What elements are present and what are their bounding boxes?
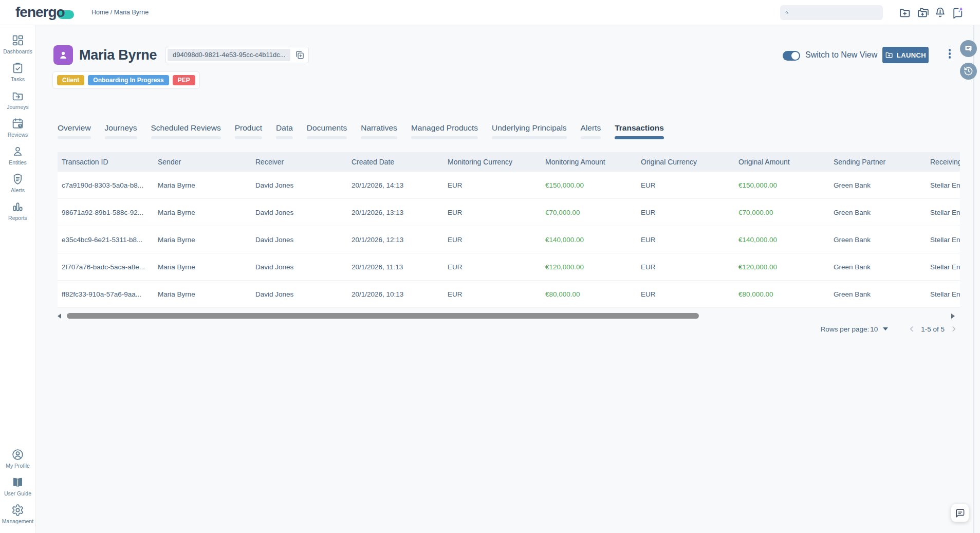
ai-assistant-icon[interactable] <box>951 6 964 19</box>
cell-original-amount: €80,000.00 <box>738 290 834 298</box>
dashboards-icon <box>11 34 24 47</box>
sidebar-item-tasks[interactable]: Tasks <box>0 58 35 86</box>
column-header-sender: Sender <box>158 158 255 166</box>
cell-transaction-id: 98671a92-89b1-588c-92... <box>62 209 158 216</box>
top-bar: fenergo Home / Maria Byrne <box>0 0 980 25</box>
sidebar-item-journeys[interactable]: Journeys <box>0 86 35 114</box>
transactions-table: Transaction ID Sender Receiver Created D… <box>58 152 960 308</box>
cell-monitoring-amount: €140,000.00 <box>545 236 641 244</box>
table-row[interactable]: e35c4bc9-6e21-5311-b8... Maria Byrne Dav… <box>58 226 960 253</box>
table-row[interactable]: 98671a92-89b1-588c-92... Maria Byrne Dav… <box>58 199 960 226</box>
tasks-icon <box>11 62 24 75</box>
cell-original-amount: €70,000.00 <box>738 209 834 216</box>
toggle-knob <box>791 52 799 60</box>
scroll-left-button[interactable] <box>58 314 61 319</box>
cell-sending-partner: Green Bank <box>834 181 930 189</box>
tab-managed-products[interactable]: Managed Products <box>411 123 478 139</box>
sidebar-item-reports[interactable]: Reports <box>0 197 35 225</box>
cell-created-date: 20/1/2026, 13:13 <box>352 209 448 216</box>
cell-receiver: David Jones <box>255 263 352 271</box>
person-icon <box>58 49 69 61</box>
sidebar-item-entities[interactable]: Entities <box>0 141 35 169</box>
cell-created-date: 20/1/2026, 14:13 <box>352 181 448 189</box>
sidebar-item-management[interactable]: Management <box>0 500 35 528</box>
column-header-created-date: Created Date <box>352 158 448 166</box>
cell-monitoring-currency: EUR <box>448 209 545 216</box>
cell-sending-partner: Green Bank <box>834 263 930 271</box>
sidebar-label: Management <box>2 518 33 524</box>
rows-per-page-value: 10 <box>870 325 878 333</box>
cell-created-date: 20/1/2026, 11:13 <box>352 263 448 271</box>
client-avatar <box>53 45 73 65</box>
cell-monitoring-currency: EUR <box>448 236 545 244</box>
rows-per-page-dropdown[interactable]: Rows per page:10 <box>821 325 889 333</box>
copy-id-icon[interactable] <box>294 50 305 60</box>
fenergo-logo[interactable]: fenergo <box>15 4 74 21</box>
badge-client: Client <box>57 75 84 85</box>
folders-plus-icon[interactable] <box>917 6 930 19</box>
sidebar-item-dashboards[interactable]: Dashboards <box>0 30 35 58</box>
tab-underlying-principals[interactable]: Underlying Principals <box>492 123 567 139</box>
tab-data[interactable]: Data <box>276 123 293 139</box>
cell-monitoring-amount: €150,000.00 <box>545 181 641 189</box>
more-actions-button[interactable] <box>945 49 955 61</box>
cell-monitoring-amount: €70,000.00 <box>545 209 641 216</box>
tab-transactions[interactable]: Transactions <box>615 123 664 139</box>
badge-onboarding-status: Onboarding In Progress <box>88 75 169 85</box>
comments-fab[interactable] <box>960 40 977 57</box>
pagination: Rows per page:10 1-5 of 5 <box>58 322 958 336</box>
horizontal-scrollbar-thumb[interactable] <box>67 313 699 319</box>
sidebar-label: User Guide <box>4 490 31 497</box>
cell-sending-partner: Green Bank <box>834 290 930 298</box>
table-row[interactable]: ff82fc33-910a-57a6-9aa... Maria Byrne Da… <box>58 281 960 308</box>
tab-overview[interactable]: Overview <box>58 123 91 139</box>
entities-icon <box>11 145 24 158</box>
switch-to-new-view-label: Switch to New View <box>805 50 877 60</box>
launch-button[interactable]: LAUNCH <box>882 47 929 63</box>
sidebar-label: Tasks <box>11 76 25 82</box>
cell-transaction-id: c7a9190d-8303-5a0a-b8... <box>62 181 158 189</box>
cell-original-currency: EUR <box>641 263 738 271</box>
sidebar-item-user-guide[interactable]: User Guide <box>0 472 35 500</box>
cell-receiver: David Jones <box>255 236 352 244</box>
breadcrumb[interactable]: Home / Maria Byrne <box>91 0 149 25</box>
cell-transaction-id: ff82fc33-910a-57a6-9aa... <box>62 290 158 298</box>
column-header-original-currency: Original Currency <box>641 158 738 166</box>
global-search-input[interactable] <box>788 5 883 20</box>
folder-plus-icon[interactable] <box>898 6 911 19</box>
sidebar-item-alerts[interactable]: Alerts <box>0 169 35 197</box>
scroll-right-button[interactable] <box>951 314 955 319</box>
cell-receiving-partner: Stellar En <box>930 209 960 216</box>
sidebar-item-my-profile[interactable]: My Profile <box>0 445 35 472</box>
tab-scheduled-reviews[interactable]: Scheduled Reviews <box>151 123 221 139</box>
tab-documents[interactable]: Documents <box>307 123 347 139</box>
next-page-button[interactable] <box>950 325 958 333</box>
cell-original-amount: €150,000.00 <box>738 181 834 189</box>
logo-text: fenergo <box>15 4 65 21</box>
audit-history-fab[interactable] <box>960 63 977 80</box>
cell-sender: Maria Byrne <box>158 263 255 271</box>
cell-receiving-partner: Stellar En <box>930 181 960 189</box>
previous-page-button[interactable] <box>908 325 916 333</box>
table-row[interactable]: 2f707a76-badc-5aca-a8e... Maria Byrne Da… <box>58 253 960 281</box>
journeys-icon <box>11 89 24 102</box>
global-search <box>780 5 883 20</box>
notifications-bell-icon[interactable] <box>934 6 947 19</box>
chat-launcher-button[interactable] <box>951 504 969 522</box>
sidebar-label: Entities <box>9 159 26 166</box>
sidebar-item-reviews[interactable]: Reviews <box>0 114 35 141</box>
cell-receiving-partner: Stellar En <box>930 290 960 298</box>
table-row[interactable]: c7a9190d-8303-5a0a-b8... Maria Byrne Dav… <box>58 172 960 199</box>
column-header-sending-partner: Sending Partner <box>834 158 930 166</box>
tab-journeys[interactable]: Journeys <box>105 123 137 139</box>
switch-to-new-view-toggle[interactable] <box>783 51 800 61</box>
tab-alerts[interactable]: Alerts <box>581 123 601 139</box>
cell-monitoring-amount: €120,000.00 <box>545 263 641 271</box>
tab-product[interactable]: Product <box>235 123 262 139</box>
tab-narratives[interactable]: Narratives <box>361 123 397 139</box>
sidebar-label: My Profile <box>6 463 30 469</box>
cell-original-currency: EUR <box>641 290 738 298</box>
cell-transaction-id: 2f707a76-badc-5aca-a8e... <box>62 263 158 271</box>
column-header-monitoring-amount: Monitoring Amount <box>545 158 641 166</box>
cell-receiver: David Jones <box>255 290 352 298</box>
